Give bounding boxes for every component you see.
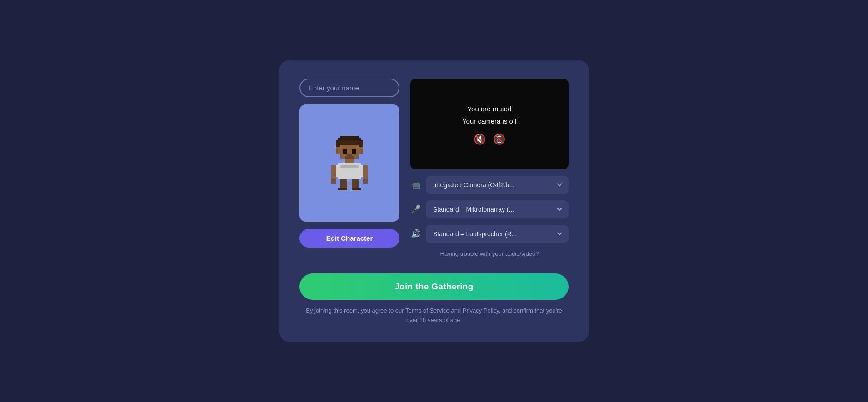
svg-rect-14: [361, 149, 363, 154]
svg-rect-22: [331, 179, 336, 184]
right-panel: You are muted Your camera is off 🔇 📵 📹 I…: [410, 79, 569, 257]
svg-rect-18: [359, 165, 363, 177]
svg-rect-12: [345, 156, 354, 159]
terms-text: By joining this room, you agree to our T…: [299, 306, 569, 325]
speaker-select[interactable]: Standard – Lautsprecher (R...: [426, 225, 569, 243]
svg-rect-26: [338, 188, 347, 190]
pixel-character: [329, 136, 370, 190]
camera-status-text: You are muted Your camera is off: [462, 103, 517, 127]
muted-text: You are muted: [462, 103, 517, 115]
svg-rect-13: [336, 149, 338, 154]
bottom-section: Join the Gathering By joining this room,…: [299, 273, 569, 325]
mic-select[interactable]: Standard – Mikrofonarray (...: [426, 200, 569, 218]
character-box: [299, 104, 399, 222]
edit-character-button[interactable]: Edit Character: [299, 229, 399, 248]
top-section: Edit Character You are muted Your camera…: [299, 79, 569, 257]
left-panel: Edit Character: [299, 79, 399, 257]
trouble-text: Having trouble with your audio/video?: [410, 250, 569, 257]
name-input[interactable]: [299, 79, 399, 97]
svg-rect-11: [347, 154, 352, 156]
join-button[interactable]: Join the Gathering: [299, 273, 569, 300]
svg-rect-0: [340, 136, 359, 138]
camera-select[interactable]: Integrated Camera (O4f2:b...: [426, 176, 569, 194]
speaker-device-row: 🔊 Standard – Lautsprecher (R...: [410, 225, 569, 243]
privacy-policy-link[interactable]: Privacy Policy: [463, 307, 499, 314]
mic-device-row: 🎤 Standard – Mikrofonarray (...: [410, 200, 569, 218]
camera-off-text: Your camera is off: [462, 115, 517, 127]
svg-rect-1: [338, 138, 361, 140]
svg-rect-2: [336, 140, 363, 143]
svg-rect-25: [352, 179, 359, 188]
svg-rect-24: [340, 179, 347, 188]
svg-rect-20: [331, 165, 336, 179]
camera-preview: You are muted Your camera is off 🔇 📵: [410, 79, 569, 169]
svg-rect-19: [340, 165, 359, 168]
join-modal: Edit Character You are muted Your camera…: [279, 60, 589, 342]
camera-icon: 📹: [410, 180, 421, 190]
svg-rect-27: [352, 188, 361, 190]
svg-rect-23: [363, 179, 368, 184]
svg-rect-17: [336, 165, 340, 177]
terms-prefix: By joining this room, you agree to our: [306, 307, 405, 314]
svg-rect-9: [343, 149, 347, 154]
camera-device-row: 📹 Integrated Camera (O4f2:b...: [410, 176, 569, 194]
speaker-icon: 🔊: [410, 229, 421, 239]
svg-rect-21: [363, 165, 368, 179]
terms-and: and: [449, 307, 463, 314]
terms-of-service-link[interactable]: Terms of Service: [405, 307, 449, 314]
muted-icons: 🔇 📵: [474, 134, 505, 145]
svg-rect-3: [336, 143, 363, 145]
svg-rect-15: [345, 159, 354, 163]
mic-muted-icon: 🔇: [474, 134, 486, 145]
mic-icon: 🎤: [410, 204, 421, 214]
camera-muted-icon: 📵: [493, 134, 505, 145]
svg-rect-10: [352, 149, 356, 154]
